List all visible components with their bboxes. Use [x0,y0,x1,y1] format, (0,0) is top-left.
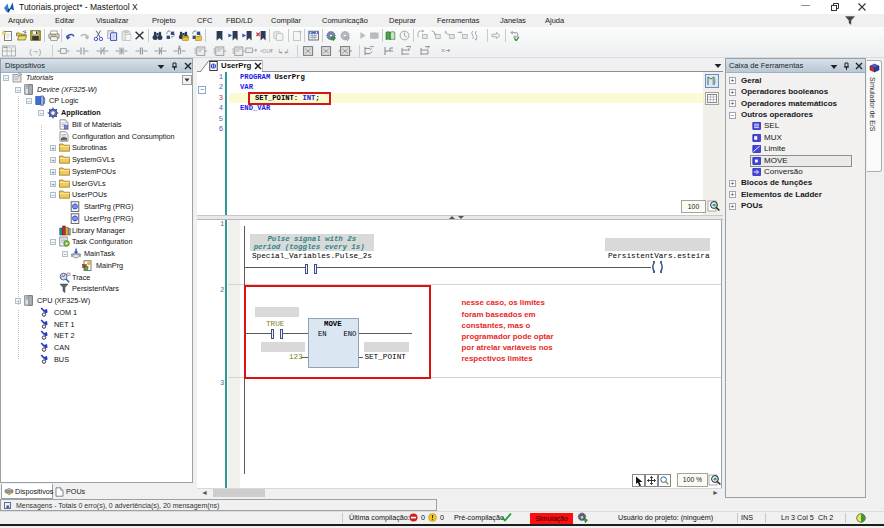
svg-text:(¬): (¬) [29,48,43,56]
svg-text:OUT: OUT [263,48,273,54]
svg-text:↳↲: ↳↲ [278,48,290,55]
